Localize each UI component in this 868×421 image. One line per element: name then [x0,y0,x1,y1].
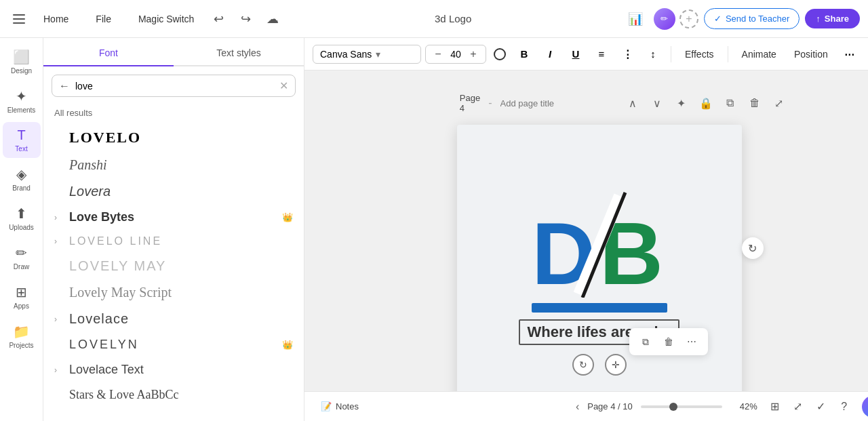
rotate-handle-button[interactable]: ↻ [572,354,594,376]
sidebar-item-uploads[interactable]: ⬆ Uploads [3,200,41,237]
tab-font[interactable]: Font [43,38,174,65]
uploads-icon: ⬆ [16,205,27,222]
font-size-value[interactable]: 40 [448,49,464,60]
notes-button[interactable]: 📝 Notes [315,399,364,414]
undo-button[interactable]: ↩ [208,8,229,30]
underline-button[interactable]: U [565,43,587,65]
panel-tabs: Font Text styles [43,38,304,66]
align-button[interactable]: ≡ [591,43,612,65]
help-button[interactable]: ? [835,397,854,416]
hamburger-button[interactable] [8,8,30,30]
add-collaborator-button[interactable]: + [679,9,698,28]
user-avatar[interactable]: ✏ [654,8,675,30]
sidebar-item-projects[interactable]: 📁 Projects [3,318,41,355]
font-size-control: − 40 + [425,45,486,64]
search-clear-button[interactable]: ✕ [279,79,288,92]
font-item-lovelocline[interactable]: › LOVELO LINE [43,230,304,253]
texture-button[interactable]: ⊞ [865,43,868,65]
zoom-level[interactable]: 42% [730,401,757,412]
animate-button[interactable]: Animate [735,45,783,64]
font-name-lovelace-text: Lovelace Text [69,363,293,377]
copy-page-button[interactable]: ⧉ [720,93,741,113]
file-nav[interactable]: File [87,9,119,28]
page-navigation: ‹ Page 4 / 10 [576,401,722,413]
more-options-button[interactable]: ⋯ [839,43,861,65]
prev-page-button[interactable]: ‹ [576,401,579,413]
notes-icon: 📝 [321,401,332,412]
page-up-button[interactable]: ∧ [623,93,643,113]
main-layout: ⬜ Design ✦ Elements T Text ◈ Brand ⬆ Upl… [0,38,868,421]
lock-icon[interactable]: 🔒 [696,93,716,113]
check-button[interactable]: ✓ [812,397,831,416]
color-preview [494,48,506,60]
next-page-arrow[interactable]: ↻ [742,237,764,259]
magic-write-icon[interactable]: ✦ [671,93,692,113]
list-button[interactable]: ⋮ [616,43,638,65]
tab-text-styles[interactable]: Text styles [174,38,304,65]
canvas-more-button[interactable]: ⋯ [682,332,701,351]
font-item-lovelymay-script[interactable]: Lovely May Script [43,279,304,306]
sidebar-label-text: Text [15,145,27,153]
canvas-delete-button[interactable]: 🗑 [659,332,678,351]
sidebar-item-design[interactable]: ⬜ Design [3,43,41,80]
expand-icon-lovelace[interactable]: › [54,315,64,324]
document-title[interactable]: 3d Logo [435,13,471,24]
italic-button[interactable]: I [539,43,561,65]
font-item-lovebytes[interactable]: › Love Bytes 👑 [43,205,304,230]
sidebar-label-uploads: Uploads [9,224,34,231]
page-title-input[interactable] [500,98,614,108]
sidebar-item-draw[interactable]: ✏ Draw [3,239,41,276]
share-icon: ↑ [816,14,821,24]
expand-icon-lovelace-text[interactable]: › [54,365,64,375]
sidebar-item-text[interactable]: T Text [3,122,41,158]
bold-button[interactable]: B [513,43,535,65]
font-item-stars-love[interactable]: Stars & Love AaBbCc [43,382,304,407]
home-nav[interactable]: Home [35,9,77,28]
search-back-button[interactable]: ← [59,80,70,92]
delete-page-button[interactable]: 🗑 [745,93,765,113]
search-input[interactable] [75,81,274,92]
font-name-lovelyn: LOVELYN [69,338,274,352]
sidebar-item-elements[interactable]: ✦ Elements [3,83,41,119]
expand-page-button[interactable]: ⤢ [769,93,789,113]
checkmark-icon: ✓ [714,14,722,24]
position-button[interactable]: Position [787,45,835,64]
font-item-panshi[interactable]: Panshi [43,152,304,178]
page-down-button[interactable]: ∨ [647,93,667,113]
font-size-decrease[interactable]: − [431,48,445,60]
move-handle-button[interactable]: ✛ [605,354,627,376]
effects-button[interactable]: Effects [678,45,721,64]
sidebar-item-apps[interactable]: ⊞ Apps [3,279,41,315]
font-item-lovelace[interactable]: › Lovelace [43,306,304,332]
canvas-copy-button[interactable]: ⧉ [636,332,655,351]
fullscreen-button[interactable]: ⤢ [789,397,808,416]
font-name-stars-love: Stars & Love AaBbCc [69,388,293,402]
font-item-lovelo[interactable]: LOVELO [43,123,304,152]
font-size-increase[interactable]: + [467,48,480,60]
transform-handles: ↻ ✛ [572,354,627,376]
svg-rect-1 [13,18,25,20]
text-color-button[interactable] [490,45,509,64]
share-button[interactable]: ↑ Share [805,9,860,28]
ai-assistant-button[interactable]: ✦ [862,396,868,418]
redo-button[interactable]: ↪ [235,8,256,30]
canvas-page[interactable]: D B Where lifes are calm [457,125,742,391]
font-item-lovelymay[interactable]: LOVELY MAY [43,253,304,279]
font-item-lovelyn[interactable]: LOVELYN 👑 [43,332,304,357]
left-sidebar: ⬜ Design ✦ Elements T Text ◈ Brand ⬆ Upl… [0,38,43,421]
send-to-teacher-button[interactable]: ✓ Send to Teacher [704,8,800,29]
expand-icon-lovebytes[interactable]: › [54,213,64,222]
font-item-lovelace-text[interactable]: › Lovelace Text [43,357,304,382]
search-bar: ← ✕ [52,75,296,97]
canvas-scroll[interactable]: Page 4 - ∧ ∨ ✦ 🔒 ⧉ 🗑 ⤢ [304,71,868,391]
expand-icon-lovelocline[interactable]: › [54,237,64,246]
grid-view-button[interactable]: ⊞ [766,397,785,416]
font-item-lovera[interactable]: Lovera [43,178,304,205]
spacing-button[interactable]: ↕ [642,43,664,65]
sidebar-item-brand[interactable]: ◈ Brand [3,161,41,197]
font-selector[interactable]: Canva Sans ▾ [313,45,421,64]
progress-track[interactable] [641,405,722,408]
magic-switch-nav[interactable]: Magic Switch [130,9,202,28]
analytics-icon[interactable]: 📊 [623,9,648,29]
font-list: LOVELO Panshi Lovera › Love Bytes 👑 › LO… [43,123,304,421]
